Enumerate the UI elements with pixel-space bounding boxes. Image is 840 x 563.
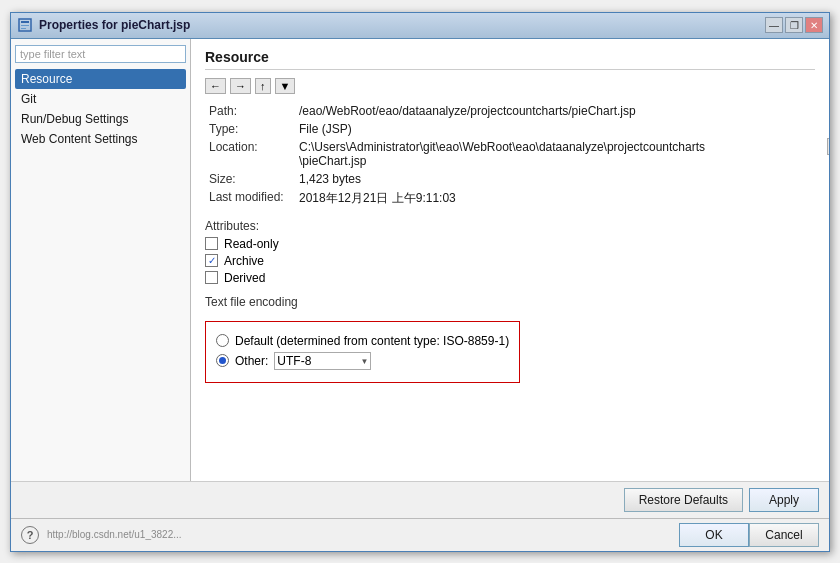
help-button[interactable]: ? [21, 526, 39, 544]
derived-row: Derived [205, 271, 815, 285]
type-value: File (JSP) [295, 120, 815, 138]
svg-rect-2 [21, 25, 29, 26]
other-encoding-label: Other: [235, 354, 268, 368]
default-encoding-row: Default (determined from content type: I… [216, 334, 509, 348]
properties-window: Properties for pieChart.jsp — ❐ ✕ Resour… [10, 12, 830, 552]
window-controls: — ❐ ✕ [765, 17, 823, 33]
encoding-select-wrap: UTF-8 UTF-16 ISO-8859-1 US-ASCII windows… [274, 352, 371, 370]
archive-label: Archive [224, 254, 264, 268]
modified-value: 2018年12月21日 上午9:11:03 [295, 188, 815, 209]
attributes-title: Attributes: [205, 219, 815, 233]
size-row: Size: 1,423 bytes [205, 170, 815, 188]
size-label: Size: [205, 170, 295, 188]
footer-bar: ? http://blog.csdn.net/u1_3822... OK Can… [11, 518, 829, 551]
path-value: /eao/WebRoot/eao/dataanalyze/projectcoun… [295, 102, 815, 120]
svg-rect-1 [21, 21, 29, 23]
sidebar: Resource Git Run/Debug Settings Web Cont… [11, 39, 191, 481]
navigation-bar: ← → ↑ ▼ [205, 78, 815, 94]
other-encoding-radio[interactable] [216, 354, 229, 367]
path-label: Path: [205, 102, 295, 120]
content-area: Resource ← → ↑ ▼ Path: /eao/WebRoot/eao/… [191, 39, 829, 481]
path-row: Path: /eao/WebRoot/eao/dataanalyze/proje… [205, 102, 815, 120]
forward-button[interactable]: → [230, 78, 251, 94]
bottom-action-bar: Restore Defaults Apply [11, 481, 829, 518]
other-encoding-row: Other: UTF-8 UTF-16 ISO-8859-1 US-ASCII … [216, 352, 509, 370]
archive-checkbox[interactable] [205, 254, 218, 267]
readonly-checkbox[interactable] [205, 237, 218, 250]
restore-button[interactable]: ❐ [785, 17, 803, 33]
minimize-button[interactable]: — [765, 17, 783, 33]
window-body: Resource Git Run/Debug Settings Web Cont… [11, 39, 829, 551]
default-encoding-radio[interactable] [216, 334, 229, 347]
window-title: Properties for pieChart.jsp [39, 18, 765, 32]
location-value: C:\Users\Administrator\git\eao\WebRoot\e… [295, 138, 815, 170]
dropdown-button[interactable]: ▼ [275, 78, 296, 94]
readonly-row: Read-only [205, 237, 815, 251]
readonly-label: Read-only [224, 237, 279, 251]
close-button[interactable]: ✕ [805, 17, 823, 33]
restore-defaults-button[interactable]: Restore Defaults [624, 488, 743, 512]
archive-row: Archive [205, 254, 815, 268]
location-label: Location: [205, 138, 295, 170]
encoding-section-title: Text file encoding [205, 295, 815, 309]
size-value: 1,423 bytes [295, 170, 815, 188]
sidebar-item-run-debug[interactable]: Run/Debug Settings [15, 109, 186, 129]
back-button[interactable]: ← [205, 78, 226, 94]
content-title: Resource [205, 49, 815, 70]
derived-checkbox[interactable] [205, 271, 218, 284]
derived-label: Derived [224, 271, 265, 285]
svg-rect-3 [21, 28, 26, 29]
info-table: Path: /eao/WebRoot/eao/dataanalyze/proje… [205, 102, 815, 209]
modified-label: Last modified: [205, 188, 295, 209]
encoding-select[interactable]: UTF-8 UTF-16 ISO-8859-1 US-ASCII windows… [274, 352, 371, 370]
filter-input[interactable] [15, 45, 186, 63]
location-browse-button[interactable]: ⊡ [827, 138, 829, 155]
window-icon [17, 17, 33, 33]
sidebar-item-web-content[interactable]: Web Content Settings [15, 129, 186, 149]
default-encoding-label: Default (determined from content type: I… [235, 334, 509, 348]
up-button[interactable]: ↑ [255, 78, 271, 94]
type-row: Type: File (JSP) [205, 120, 815, 138]
location-row: Location: C:\Users\Administrator\git\eao… [205, 138, 815, 170]
ok-button[interactable]: OK [679, 523, 749, 547]
cancel-button[interactable]: Cancel [749, 523, 819, 547]
footer-url: http://blog.csdn.net/u1_3822... [47, 529, 182, 540]
title-bar: Properties for pieChart.jsp — ❐ ✕ [11, 13, 829, 39]
type-label: Type: [205, 120, 295, 138]
modified-row: Last modified: 2018年12月21日 上午9:11:03 [205, 188, 815, 209]
sidebar-item-git[interactable]: Git [15, 89, 186, 109]
sidebar-item-resource[interactable]: Resource [15, 69, 186, 89]
encoding-box: Default (determined from content type: I… [205, 321, 520, 383]
main-area: Resource Git Run/Debug Settings Web Cont… [11, 39, 829, 481]
apply-button[interactable]: Apply [749, 488, 819, 512]
